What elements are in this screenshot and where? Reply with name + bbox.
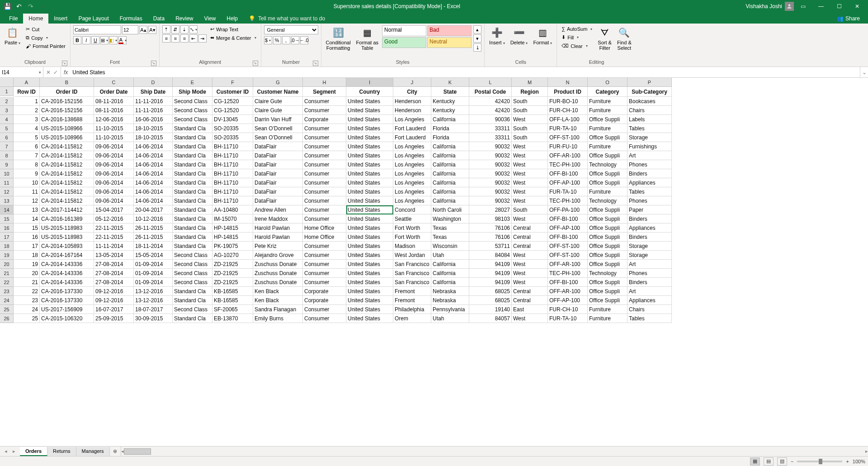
minimize-icon[interactable]: — [812,0,830,13]
clear-button[interactable]: ⌫Clear [560,42,594,50]
undo-icon[interactable]: ↶ [14,1,24,12]
svg-point-0 [788,4,791,6]
border-icon[interactable]: ⊞ [100,36,108,44]
decrease-font-icon[interactable]: A▾ [148,26,156,34]
name-box-chevron-icon[interactable]: ▾ [39,70,41,75]
conditional-formatting-button[interactable]: 🔢Conditional Formatting [324,25,353,52]
fx-icon[interactable]: fx [61,69,71,76]
style-good[interactable]: Good [382,37,426,48]
increase-indent-icon[interactable]: ⇥ [198,34,207,43]
style-neutral[interactable]: Neutral [427,37,472,48]
italic-icon[interactable]: I [82,36,90,44]
format-painter-button[interactable]: 🖌Format Painter [24,43,67,50]
styles-more-icon[interactable]: ⤓ [473,43,481,52]
user-area[interactable]: Vishakha Joshi [746,2,794,11]
tab-page-layout[interactable]: Page Layout [73,14,114,24]
name-box[interactable]: I14▾ [0,67,43,77]
title-bar: 💾 ↶ ↷ Superstore sales details [Compatib… [0,0,868,13]
styles-scroll-down-icon[interactable]: ▾ [473,34,481,43]
insert-label: Insert [489,40,505,45]
accounting-format-icon[interactable]: $ [264,36,272,44]
insert-cells-button[interactable]: ➕Insert [487,25,507,46]
copy-button[interactable]: ⧉Copy [24,34,67,42]
bold-icon[interactable]: B [73,36,81,44]
autosum-button[interactable]: ∑AutoSum [560,25,594,33]
align-center-icon[interactable]: ≡ [171,34,179,43]
group-clipboard: 📋 Paste ✂Cut ⧉Copy 🖌Format Painter Clipb… [0,24,71,67]
increase-font-icon[interactable]: A▴ [139,26,147,34]
font-size-input[interactable] [122,25,138,34]
align-middle-icon[interactable]: ⇵ [171,25,179,33]
group-label-cells: Cells [515,59,526,65]
orientation-icon[interactable]: ⤡ [189,25,198,33]
clear-label: Clear [571,43,582,49]
qat-customize-icon[interactable] [37,1,48,12]
maximize-icon[interactable]: ☐ [830,0,848,13]
lightbulb-icon: 💡 [249,15,255,22]
align-bottom-icon[interactable]: ⇣ [180,25,189,33]
format-cells-button[interactable]: ▥Format [531,25,554,46]
tab-view[interactable]: View [199,14,222,24]
align-right-icon[interactable]: ≡ [180,34,189,43]
group-label-alignment: Alignment [199,59,221,65]
format-painter-label: Format Painter [33,43,66,49]
ribbon-options-icon[interactable]: ▭ [794,0,812,13]
comma-format-icon[interactable]: , [282,36,290,44]
group-label-editing: Editing [589,59,604,65]
format-icon: ▥ [536,26,549,39]
tab-formulas[interactable]: Formulas [114,14,148,24]
style-bad[interactable]: Bad [427,25,472,36]
delete-cells-button[interactable]: ➖Delete [509,25,530,46]
styles-scroll-up-icon[interactable]: ▴ [473,25,481,33]
tab-review[interactable]: Review [170,14,198,24]
merge-label: Merge & Center [216,35,251,41]
format-as-table-button[interactable]: ▦Format as Table [354,25,381,52]
close-icon[interactable]: ✕ [848,0,866,13]
underline-icon[interactable]: U [91,36,99,44]
tab-file[interactable]: File [4,14,23,24]
fill-button[interactable]: ⬇Fill [560,33,594,41]
font-color-icon[interactable]: A [118,36,127,44]
sort-filter-button[interactable]: ᗊSort & Filter [596,25,613,52]
merge-center-button[interactable]: ⬌Merge & Center [208,34,258,42]
style-normal[interactable]: Normal [382,25,426,36]
group-font: A▴ A▾ B I U ⊞ ◧ A Font↘ [71,24,160,67]
fill-icon: ⬇ [561,34,566,40]
tab-data[interactable]: Data [148,14,170,24]
tab-help[interactable]: Help [221,14,243,24]
font-launcher-icon[interactable]: ↘ [151,61,156,66]
fill-color-icon[interactable]: ◧ [109,36,118,44]
share-label: Share [845,15,860,22]
tab-home[interactable]: Home [23,14,48,24]
formula-expand-icon[interactable]: ⌄ [860,67,868,77]
cut-button[interactable]: ✂Cut [24,25,67,33]
accept-formula-icon[interactable]: ✓ [53,69,58,76]
align-top-icon[interactable]: ⇡ [162,25,170,33]
number-launcher-icon[interactable]: ↘ [313,61,318,66]
increase-decimal-icon[interactable]: .0→ [291,36,299,44]
alignment-launcher-icon[interactable]: ↘ [253,61,258,66]
table-label: Format as Table [356,40,379,51]
cancel-formula-icon[interactable]: ✕ [46,69,51,76]
redo-icon[interactable]: ↷ [25,1,36,12]
save-icon[interactable]: 💾 [2,1,13,12]
decrease-decimal-icon[interactable]: ←.0 [300,36,308,44]
find-select-button[interactable]: 🔍Find & Select [615,25,633,52]
paste-button[interactable]: 📋 Paste [3,25,22,46]
formula-input[interactable] [71,67,860,77]
clipboard-launcher-icon[interactable]: ↘ [62,61,67,66]
paste-label: Paste [5,40,20,45]
formula-bar: I14▾ ✕ ✓ fx ⌄ [0,67,868,78]
decrease-indent-icon[interactable]: ⇤ [189,34,198,43]
sort-icon: ᗊ [599,26,611,39]
tell-me[interactable]: 💡Tell me what you want to do [243,14,330,24]
wrap-text-button[interactable]: ↩Wrap Text [208,25,258,33]
user-avatar-icon [785,2,794,11]
align-left-icon[interactable]: ≡ [162,34,170,43]
autosum-label: AutoSum [567,26,587,32]
percent-format-icon[interactable]: % [273,36,281,44]
share-button[interactable]: 👥Share [832,14,864,24]
font-name-input[interactable] [73,25,121,34]
tab-insert[interactable]: Insert [48,14,73,24]
number-format-select[interactable]: General [264,25,318,34]
